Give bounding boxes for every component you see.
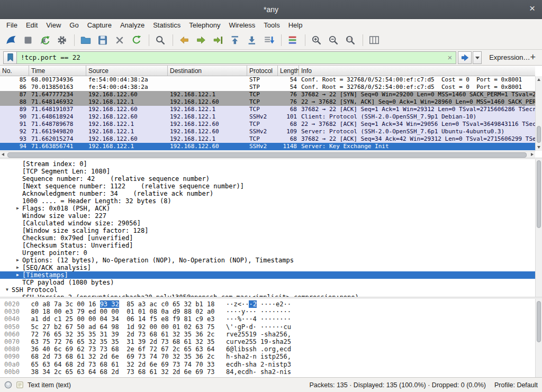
- detail-line[interactable]: ▶ Flags: 0x018 (PSH, ACK): [0, 205, 535, 212]
- menu-help[interactable]: Help: [284, 21, 307, 29]
- packet-row[interactable]: 89 71.648191037 192.168.122.60 192.168.1…: [0, 106, 535, 113]
- menu-go[interactable]: Go: [65, 21, 83, 29]
- detail-line[interactable]: Urgent pointer: 0: [0, 249, 535, 257]
- menu-analyze[interactable]: Analyze: [116, 21, 149, 29]
- go-back-button[interactable]: [176, 33, 192, 48]
- display-filter-field[interactable]: ×: [17, 51, 456, 64]
- col-header-time[interactable]: Time: [29, 66, 86, 76]
- hex-row[interactable]: 0040 a1 dd c1 25 00 00 04 34 06 14 f5 e8…: [4, 315, 291, 323]
- expand-arrow-icon[interactable]: ▶: [13, 271, 22, 279]
- packet-row[interactable]: 92 71.661949820 192.168.122.1 192.168.12…: [0, 128, 535, 135]
- close-window-button[interactable]: ×: [529, 3, 535, 14]
- detail-line[interactable]: [TCP Segment Len: 1080]: [0, 168, 535, 175]
- hex-row[interactable]: 00a0 65 63 64 68 2d 73 68 61 32 2d 6e 69…: [4, 361, 291, 368]
- packet-row[interactable]: 94 71.663856741 192.168.122.1 192.168.12…: [0, 143, 535, 150]
- packet-row[interactable]: 87 71.647777234 192.168.122.60 192.168.1…: [0, 91, 535, 98]
- menu-statistics[interactable]: Statistics: [149, 21, 185, 29]
- expression-button[interactable]: Expression…: [489, 53, 530, 61]
- statusbar-profile[interactable]: Profile: Default: [494, 381, 538, 389]
- zoom-out-button[interactable]: [326, 33, 341, 48]
- details-vscroll-thumb[interactable]: [537, 160, 541, 228]
- packet-list-vscroll-thumb[interactable]: [537, 126, 541, 143]
- expand-arrow-icon[interactable]: ▶: [13, 264, 22, 271]
- detail-line[interactable]: [Calculated window size: 29056]: [0, 220, 535, 227]
- stop-capture-button[interactable]: [20, 33, 36, 48]
- hex-row[interactable]: 00b0 38 34 2c 65 63 64 68 2d 73 68 61 32…: [4, 368, 291, 376]
- apply-filter-button[interactable]: [458, 51, 472, 64]
- restart-capture-button[interactable]: [37, 33, 53, 48]
- scroll-left-arrow-icon[interactable]: [2, 153, 4, 156]
- expand-arrow-icon[interactable]: ▶: [13, 257, 22, 264]
- detail-line[interactable]: ▶ Options: (12 bytes), No-Operation (NOP…: [0, 257, 535, 264]
- packet-row[interactable]: 93 71.662015274 192.168.122.60 192.168.1…: [0, 135, 535, 143]
- menu-telephony[interactable]: Telephony: [185, 21, 224, 29]
- capture-comment-icon[interactable]: [16, 381, 24, 389]
- go-last-packet-button[interactable]: [244, 33, 260, 48]
- go-first-packet-button[interactable]: [227, 33, 243, 48]
- menu-wireless[interactable]: Wireless: [224, 21, 259, 29]
- zoom-in-button[interactable]: [309, 33, 324, 48]
- menu-capture[interactable]: Capture: [83, 21, 116, 29]
- hex-vscroll-thumb[interactable]: [537, 301, 541, 342]
- menu-tools[interactable]: Tools: [259, 21, 284, 29]
- packet-list-hscroll-thumb[interactable]: [7, 152, 527, 158]
- menu-view[interactable]: View: [42, 21, 65, 29]
- auto-scroll-button[interactable]: [261, 33, 277, 48]
- go-forward-button[interactable]: [193, 33, 209, 48]
- col-header-source[interactable]: Source: [86, 66, 168, 76]
- save-file-button[interactable]: [95, 33, 111, 48]
- menu-file[interactable]: File: [2, 21, 22, 29]
- hex-row[interactable]: 0070 63 75 72 76 65 32 35 35 31 39 2d 73…: [4, 338, 291, 345]
- detail-line[interactable]: [Stream index: 0]: [0, 160, 535, 168]
- resize-columns-button[interactable]: [366, 33, 382, 48]
- find-packet-button[interactable]: [152, 33, 168, 48]
- col-header-length[interactable]: Length: [278, 66, 299, 76]
- display-filter-input[interactable]: [17, 53, 444, 61]
- packet-row[interactable]: 90 71.648618924 192.168.122.60 192.168.1…: [0, 113, 535, 121]
- packet-row[interactable]: 88 71.648146932 192.168.122.1 192.168.12…: [0, 98, 535, 106]
- start-capture-button[interactable]: [3, 33, 19, 48]
- detail-line[interactable]: Checksum: 0x79ed [unverified]: [0, 234, 535, 242]
- hex-row[interactable]: 0020 c0 a8 7a 3c 00 16 93 32 85 a3 ac c0…: [4, 300, 291, 308]
- packet-list-vscrollbar[interactable]: [535, 76, 542, 151]
- close-file-button[interactable]: [112, 33, 128, 48]
- go-to-packet-button[interactable]: [210, 33, 226, 48]
- col-header-info[interactable]: Info: [299, 66, 535, 76]
- zoom-normal-button[interactable]: 1:1: [342, 33, 358, 48]
- menu-edit[interactable]: Edit: [22, 21, 42, 29]
- col-header-destination[interactable]: Destination: [168, 66, 247, 76]
- scroll-right-arrow-icon[interactable]: [531, 153, 534, 156]
- hex-row[interactable]: 0050 5c 27 b2 67 50 ad 64 98 1d 92 00 00…: [4, 323, 291, 331]
- expand-arrow-icon[interactable]: ▼: [3, 286, 12, 294]
- detail-line[interactable]: [Next sequence number: 1122 (relative se…: [0, 183, 535, 190]
- open-file-button[interactable]: [78, 33, 94, 48]
- hex-row[interactable]: 0060 72 76 65 32 35 35 31 39 2d 73 68 61…: [4, 331, 291, 338]
- hex-vscrollbar[interactable]: [535, 299, 542, 377]
- scroll-up-arrow-icon[interactable]: [537, 78, 540, 81]
- col-header-no[interactable]: No.: [0, 66, 29, 76]
- detail-line[interactable]: [Checksum Status: Unverified]: [0, 242, 535, 249]
- detail-line[interactable]: ▼ SSH Protocol: [0, 286, 535, 294]
- expand-arrow-icon[interactable]: ▶: [13, 205, 22, 212]
- filter-dropdown-button[interactable]: [473, 51, 482, 64]
- detail-line[interactable]: TCP payload (1080 bytes): [0, 279, 535, 286]
- scroll-down-arrow-icon[interactable]: [537, 146, 540, 149]
- capture-options-button[interactable]: [54, 33, 70, 48]
- detail-line[interactable]: Sequence number: 42 (relative sequence n…: [0, 175, 535, 183]
- col-header-protocol[interactable]: Protocol: [247, 66, 278, 76]
- hex-row[interactable]: 0030 80 18 00 e3 79 ed 00 00 01 01 08 0a…: [4, 308, 291, 315]
- packet-list-hscrollbar[interactable]: [0, 151, 535, 158]
- detail-line[interactable]: Acknowledgment number: 34 (relative ack …: [0, 190, 535, 197]
- packet-row[interactable]: 85 68.001734936 fe:54:00:d4:38:2a STP 54…: [0, 76, 535, 84]
- details-vscrollbar[interactable]: [535, 159, 542, 297]
- detail-line[interactable]: ▶ [Timestamps]: [0, 271, 535, 279]
- clear-filter-icon[interactable]: ×: [444, 53, 456, 62]
- detail-line[interactable]: ▶ [SEQ/ACK analysis]: [0, 264, 535, 271]
- packet-row[interactable]: 86 70.013850163 fe:54:00:d4:38:2a STP 54…: [0, 84, 535, 91]
- filter-bookmark-button[interactable]: [3, 51, 17, 64]
- add-filter-button[interactable]: +: [530, 52, 536, 63]
- packet-row[interactable]: 91 71.648789678 192.168.122.1 192.168.12…: [0, 121, 535, 128]
- hex-row[interactable]: 0080 36 40 6c 69 62 73 73 68 2e 6f 72 67…: [4, 345, 291, 353]
- reload-file-button[interactable]: [129, 33, 144, 48]
- detail-line[interactable]: [Window size scaling factor: 128]: [0, 227, 535, 234]
